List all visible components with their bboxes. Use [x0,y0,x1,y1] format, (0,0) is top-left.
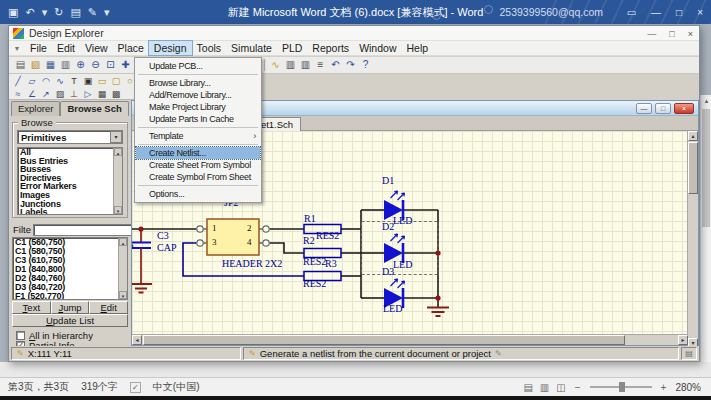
primitives-scrollbar[interactable]: ▴ ▾ [113,148,122,214]
zoom-percentage[interactable]: 280% [675,382,701,393]
scroll-up-icon[interactable]: ▴ [688,131,698,141]
list-item[interactable]: Labels [18,208,113,215]
dropdown-item[interactable]: Create Netlist... [136,147,260,159]
r2-type-label[interactable]: RES2 [303,256,326,267]
r3-designator[interactable]: R3 [325,258,337,269]
canvas-horizontal-scrollbar[interactable]: ◂ ▸ [132,334,688,345]
r2-designator[interactable]: R2 [303,235,315,246]
undo-icon[interactable]: ↶ [25,0,34,24]
menu-item[interactable]: Simulate [226,41,277,55]
r1-type-label[interactable]: RES2 [316,230,339,241]
dropdown-item[interactable]: Create Symbol From Sheet [136,171,260,183]
menu-item[interactable]: View [80,41,113,55]
panel-button[interactable]: Jump [51,301,90,314]
help-icon[interactable]: ? [358,58,373,72]
scroll-up-icon[interactable]: ▴ [701,95,711,107]
d1-designator[interactable]: D1 [382,175,394,186]
print-layout-icon[interactable]: ▥ [540,382,549,393]
components-scrollbar[interactable]: ▴ ▾ [118,238,127,299]
polyline-tool-icon[interactable]: ∠ [25,88,39,100]
open-folder-icon[interactable]: ▧ [28,58,43,72]
menu-item[interactable]: Reports [307,41,354,55]
word-count[interactable]: 319个字 [81,380,118,394]
dropdown-item[interactable]: Make Project Library [136,101,260,113]
read-mode-icon[interactable]: ▤ [523,382,532,393]
menu-item[interactable]: Design [149,41,192,55]
dropdown-item[interactable]: Create Sheet From Symbol [136,159,260,171]
d2-designator[interactable]: D2 [382,221,394,232]
d3-designator[interactable]: D3 [382,266,394,277]
paste-array-tool-icon[interactable]: ▩ [109,88,123,100]
sine-tool-icon[interactable]: ∿ [53,75,67,87]
zoom-in-button[interactable]: + [661,382,667,393]
panel-button[interactable]: Text [12,301,51,314]
minimize-icon[interactable]: — [647,29,656,39]
update-list-button[interactable]: Update List [12,314,128,327]
zoom-slider[interactable] [590,386,652,388]
qat-customize-caret-icon[interactable]: ▾ [104,0,110,24]
maximize-icon[interactable]: □ [676,7,682,18]
array-tool-icon[interactable]: ▦ [95,88,109,100]
annotation-tool-icon[interactable]: ↗ [39,88,53,100]
zoom-out-icon[interactable]: ⊖ [88,58,103,72]
arc-tool-icon[interactable]: ◠ [39,75,53,87]
tab-browse-sch[interactable]: Browse Sch [60,101,128,116]
new-document-icon[interactable]: ▤ [70,0,80,24]
dropdown-item[interactable]: Add/Remove Library... [136,89,260,101]
dropdown-item[interactable]: Update Parts In Cache [136,113,260,125]
minimize-icon[interactable]: — [636,103,652,114]
word-vertical-scrollbar[interactable]: ▴ [700,95,711,362]
jp2-type-label[interactable]: HEADER 2X2 [222,258,282,269]
part-tool-icon[interactable]: ▷ [81,88,95,100]
sheet-icon[interactable]: ▤ [13,58,28,72]
image-tool-icon[interactable]: ▨ [53,88,67,100]
redo-icon[interactable]: ↷ [343,58,358,72]
chevron-down-icon[interactable]: ▾ [110,131,122,143]
list-item[interactable]: F1 (520,770) [13,292,118,300]
dropdown-item[interactable]: Options... [136,188,260,200]
browse-mode-dropdown[interactable]: Primitives ▾ [17,130,123,144]
rect-tool-icon[interactable]: ▭ [95,75,109,87]
zoom-window-icon[interactable]: ⊡ [103,58,118,72]
undo-caret-icon[interactable]: ▾ [42,0,48,24]
add-remove-library-icon[interactable]: ▥ [298,58,313,72]
undo-icon[interactable]: ↶ [328,58,343,72]
browse-library-icon[interactable]: ▥ [283,58,298,72]
dropdown-item[interactable]: Browse Library... [136,77,260,89]
language-indicator[interactable]: 中文(中国) [153,380,200,394]
scroll-up-icon[interactable]: ▴ [114,148,122,156]
menu-item[interactable]: Place [113,41,149,55]
dropdown-item[interactable]: Template › [136,130,260,142]
d2-type-label[interactable]: LED [393,259,412,270]
format-painter-icon[interactable]: ✎ [88,0,97,24]
bezier-tool-icon[interactable]: ≈ [11,88,25,100]
menu-collapse-icon[interactable]: ▼ [9,45,25,52]
close-icon[interactable]: × [674,103,694,114]
menu-item[interactable]: PLD [277,41,307,55]
line-tool-icon[interactable]: ╱ [11,75,25,87]
d3-type-label[interactable]: LED [383,303,402,314]
redo-icon[interactable]: ↻ [54,0,63,24]
account-email[interactable]: 2539399560@qq.com [500,0,604,24]
minimize-icon[interactable]: — [651,7,661,18]
zoom-out-button[interactable]: − [575,382,581,393]
tab-explorer[interactable]: Explorer [11,101,60,116]
word-scrollbar-thumb[interactable] [702,109,710,227]
panel-button[interactable]: Edit [89,301,128,314]
polygon-tool-icon[interactable]: ▱ [25,75,39,87]
c3-designator[interactable]: C3 [157,230,169,241]
menu-item[interactable]: Window [354,41,401,55]
web-layout-icon[interactable]: ◫ [556,382,565,393]
cross-probe-icon[interactable]: ✚ [118,58,133,72]
simulate-waveform-icon[interactable]: ∿ [268,58,283,72]
c3-type-label[interactable]: CAP [157,242,176,253]
maximize-icon[interactable]: □ [669,29,674,39]
ribbon-display-options-icon[interactable]: ▭ [627,7,636,18]
save-icon[interactable]: ▦ [43,58,58,72]
menu-item[interactable]: Edit [52,41,80,55]
print-icon[interactable]: ▥ [58,58,73,72]
dropdown-item[interactable]: Update PCB... [136,60,260,72]
scroll-down-icon[interactable]: ▾ [114,206,122,214]
maximize-icon[interactable]: □ [655,103,671,114]
scrollbar-thumb[interactable] [143,335,625,345]
